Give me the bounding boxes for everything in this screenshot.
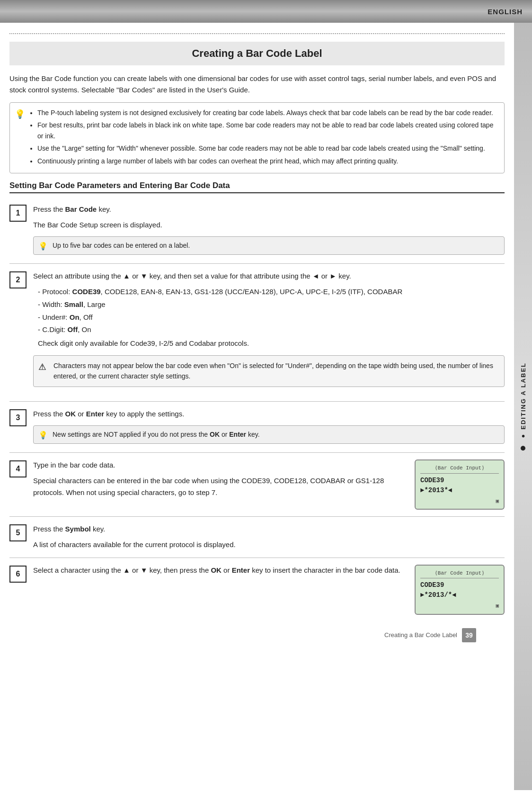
- step-2-list-1: Protocol: CODE39, CODE128, EAN-8, EAN-13…: [38, 286, 505, 298]
- step-1-content: Press the Bar Code key. The Bar Code Set…: [33, 204, 505, 257]
- lcd-6-icon: ▣: [420, 602, 499, 610]
- step-2-number: 2: [9, 271, 27, 288]
- footer-label: Creating a Bar Code Label: [384, 631, 457, 639]
- notes-item-2: For best results, print bar code labels …: [37, 120, 497, 141]
- dotted-separator: [9, 33, 505, 34]
- step-5-content: Press the Symbol key. A list of characte…: [33, 523, 505, 551]
- intro-text: Using the Bar Code function you can crea…: [9, 73, 505, 96]
- step-2-list-3: Under#: On, Off: [38, 312, 505, 324]
- step-1-hint: 💡 Up to five bar codes can be entered on…: [33, 236, 505, 255]
- step-3-number: 3: [9, 409, 27, 426]
- step-6-text: Select a character using the ▲ or ▼ key,…: [33, 565, 408, 615]
- step-1-hint-text: Up to five bar codes can be entered on a…: [53, 242, 190, 249]
- step-1-sub: The Bar Code Setup screen is displayed.: [33, 219, 505, 231]
- lcd-screen-4: ⟨Bar Code Input⟩ CODE39 ►*2013*◄ ▣: [415, 459, 505, 510]
- step-2-warning-text: Characters may not appear below the bar …: [53, 362, 493, 380]
- page-footer: Creating a Bar Code Label 39: [9, 621, 505, 647]
- step-1-bold: Bar Code: [65, 205, 97, 213]
- step-5-sub: A list of characters available for the c…: [33, 539, 505, 551]
- lightbulb-icon: 💡: [15, 108, 25, 121]
- step-4-main: Type in the bar code data.: [33, 459, 408, 471]
- step-1-main: Press the Bar Code key.: [33, 204, 505, 216]
- lcd-4-line1: CODE39: [420, 476, 499, 486]
- step-5: 5 Press the Symbol key. A list of charac…: [9, 517, 505, 558]
- step-5-main: Press the Symbol key.: [33, 523, 505, 535]
- step-4-lcd: ⟨Bar Code Input⟩ CODE39 ►*2013*◄ ▣: [415, 459, 505, 510]
- step-6: 6 Select a character using the ▲ or ▼ ke…: [9, 558, 505, 621]
- step-3-hint: 💡 New settings are NOT applied if you do…: [33, 425, 505, 444]
- step-2-sub2: Check digit only available for Code39, I…: [33, 338, 505, 350]
- step-2-content: Select an attribute using the ▲ or ▼ key…: [33, 270, 505, 394]
- step-1-number: 1: [9, 205, 27, 222]
- step-6-number: 6: [9, 566, 27, 583]
- lcd-4-title: ⟨Bar Code Input⟩: [420, 464, 499, 474]
- step-3-main: Press the OK or Enter key to apply the s…: [33, 408, 505, 420]
- step-4-content: Type in the bar code data. Special chara…: [33, 459, 505, 510]
- step-6-main: Select a character using the ▲ or ▼ key,…: [33, 565, 408, 576]
- right-sidebar: ● EDITING A LABEL: [514, 23, 532, 790]
- step-2-list-4: C.Digit: Off, On: [38, 324, 505, 336]
- step-6-lcd: ⟨Bar Code Input⟩ CODE39 ►*2013/*◄ ▣: [415, 565, 505, 615]
- step-2-list-2: Width: Small, Large: [38, 299, 505, 311]
- page-number: 39: [462, 628, 476, 642]
- sidebar-label: ● EDITING A LABEL: [520, 362, 527, 450]
- notes-item-1: The P-touch labeling system is not desig…: [37, 108, 497, 118]
- section-heading: Setting Bar Code Parameters and Entering…: [9, 181, 505, 193]
- notes-list: The P-touch labeling system is not desig…: [30, 108, 497, 166]
- main-content: Creating a Bar Code Label Using the Bar …: [0, 23, 514, 647]
- step-3: 3 Press the OK or Enter key to apply the…: [9, 402, 505, 453]
- step-6-with-image: Select a character using the ▲ or ▼ key,…: [33, 565, 505, 615]
- step-6-content: Select a character using the ▲ or ▼ key,…: [33, 565, 505, 615]
- lcd-4-icon: ▣: [420, 497, 499, 505]
- hint-icon-3: 💡: [38, 430, 48, 441]
- step-2-list: Protocol: CODE39, CODE128, EAN-8, EAN-13…: [33, 286, 505, 336]
- lcd-6-line2: ►*2013/*◄: [420, 590, 499, 600]
- notes-item-4: Continuously printing a large number of …: [37, 156, 497, 166]
- step-2-warning: ⚠ Characters may not appear below the ba…: [33, 355, 505, 387]
- step-5-number: 5: [9, 524, 27, 541]
- language-label: ENGLISH: [488, 8, 523, 16]
- step-4: 4 Type in the bar code data. Special cha…: [9, 453, 505, 517]
- lcd-screen-6: ⟨Bar Code Input⟩ CODE39 ►*2013/*◄ ▣: [415, 565, 505, 615]
- page-title: Creating a Bar Code Label: [9, 42, 505, 65]
- warning-icon: ⚠: [38, 360, 46, 374]
- top-header: ENGLISH: [0, 0, 532, 23]
- step-3-hint-text: New settings are NOT applied if you do n…: [53, 431, 260, 438]
- notes-item-3: Use the "Large" setting for "Width" when…: [37, 143, 497, 153]
- lcd-6-title: ⟨Bar Code Input⟩: [420, 569, 499, 579]
- notes-box: 💡 The P-touch labeling system is not des…: [9, 102, 505, 173]
- sidebar-dot: [521, 446, 525, 450]
- step-1: 1 Press the Bar Code key. The Bar Code S…: [9, 197, 505, 264]
- lcd-4-line2: ►*2013*◄: [420, 486, 499, 495]
- step-2: 2 Select an attribute using the ▲ or ▼ k…: [9, 264, 505, 401]
- step-4-with-image: Type in the bar code data. Special chara…: [33, 459, 505, 510]
- step-4-number: 4: [9, 460, 27, 477]
- step-4-text: Type in the bar code data. Special chara…: [33, 459, 408, 510]
- step-4-sub: Special characters can be entered in the…: [33, 475, 408, 499]
- lcd-6-line1: CODE39: [420, 580, 499, 590]
- hint-icon-1: 💡: [38, 241, 48, 252]
- step-3-content: Press the OK or Enter key to apply the s…: [33, 408, 505, 446]
- step-2-main: Select an attribute using the ▲ or ▼ key…: [33, 270, 505, 282]
